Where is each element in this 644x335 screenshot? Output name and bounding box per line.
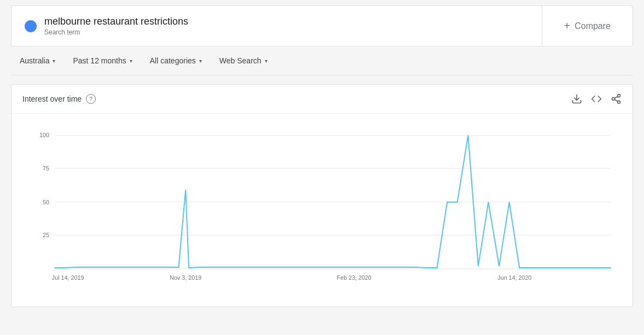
y-label-75: 75 bbox=[43, 165, 49, 172]
embed-button[interactable] bbox=[591, 93, 602, 104]
search-term-left: melbourne restaurant restrictions Search… bbox=[11, 6, 542, 46]
chevron-down-icon: ▾ bbox=[53, 58, 55, 64]
chart-title: Interest over time bbox=[22, 95, 82, 103]
filter-categories[interactable]: All categories ▾ bbox=[143, 53, 208, 68]
y-label-50: 50 bbox=[43, 199, 49, 205]
filter-search-type[interactable]: Web Search ▾ bbox=[213, 53, 274, 68]
page-wrapper: melbourne restaurant restrictions Search… bbox=[0, 0, 644, 335]
help-icon-symbol: ? bbox=[89, 96, 92, 102]
chart-header: Interest over time ? bbox=[11, 85, 633, 114]
filter-country[interactable]: Australia ▾ bbox=[13, 53, 62, 68]
chevron-down-icon: ▾ bbox=[130, 58, 132, 64]
filter-categories-label: All categories bbox=[150, 56, 196, 65]
trend-line bbox=[55, 136, 611, 268]
x-label-jul-2019: Jul 14, 2019 bbox=[52, 274, 84, 281]
x-label-nov-2019: Nov 3, 2019 bbox=[170, 274, 201, 281]
x-label-jun-2020: Jun 14, 2020 bbox=[497, 274, 531, 281]
search-term-label: melbourne restaurant restrictions bbox=[44, 16, 188, 27]
svg-line-5 bbox=[614, 96, 618, 98]
search-term-dot bbox=[25, 20, 37, 32]
chart-actions bbox=[571, 93, 622, 104]
y-label-100: 100 bbox=[39, 132, 49, 138]
compare-plus-icon: + bbox=[564, 20, 571, 32]
search-term-info: melbourne restaurant restrictions Search… bbox=[44, 16, 188, 36]
chevron-down-icon: ▾ bbox=[265, 58, 268, 64]
svg-line-4 bbox=[614, 99, 618, 101]
compare-label: Compare bbox=[575, 21, 611, 31]
filter-bar: Australia ▾ Past 12 months ▾ All categor… bbox=[11, 46, 633, 75]
chart-area: 100 75 50 25 Jul 14, 2019 Nov 3, 2019 Fe… bbox=[11, 114, 633, 307]
chart-title-row: Interest over time ? bbox=[22, 94, 96, 104]
help-icon[interactable]: ? bbox=[86, 94, 96, 104]
chevron-down-icon: ▾ bbox=[199, 58, 202, 64]
download-button[interactable] bbox=[571, 93, 582, 104]
search-term-sublabel: Search term bbox=[44, 28, 188, 36]
chart-card: Interest over time ? bbox=[11, 84, 633, 307]
filter-time-label: Past 12 months bbox=[73, 56, 126, 65]
trend-chart-svg: 100 75 50 25 Jul 14, 2019 Nov 3, 2019 Fe… bbox=[22, 125, 622, 290]
search-term-card: melbourne restaurant restrictions Search… bbox=[11, 5, 633, 46]
y-label-25: 25 bbox=[43, 232, 49, 238]
share-button[interactable] bbox=[611, 93, 622, 104]
filter-search-type-label: Web Search bbox=[219, 56, 262, 65]
filter-country-label: Australia bbox=[20, 56, 49, 65]
compare-section[interactable]: + Compare bbox=[542, 6, 633, 46]
filter-time[interactable]: Past 12 months ▾ bbox=[66, 53, 138, 68]
x-label-feb-2020: Feb 23, 2020 bbox=[336, 274, 371, 281]
